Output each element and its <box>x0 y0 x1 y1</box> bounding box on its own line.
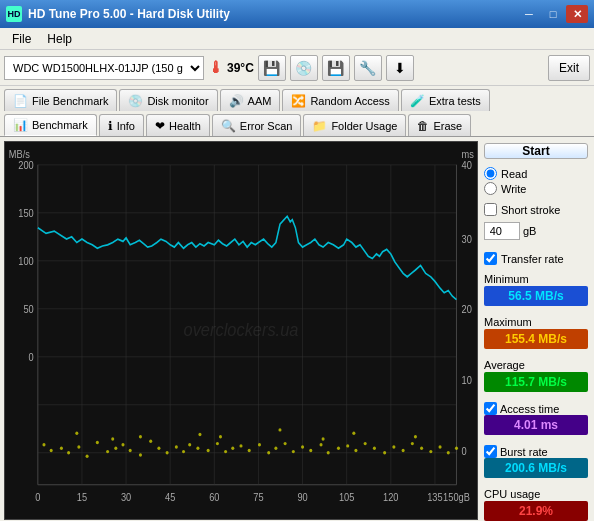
svg-point-63 <box>216 442 219 445</box>
burst-rate-label: Burst rate <box>500 446 548 458</box>
tab-random-access[interactable]: 🔀 Random Access <box>282 89 398 111</box>
tab-error-scan-label: Error Scan <box>240 120 293 132</box>
svg-point-97 <box>111 437 114 440</box>
tab-health[interactable]: ❤ Health <box>146 114 210 136</box>
cpu-usage-value: 21.9% <box>484 501 588 521</box>
window-controls: ─ □ ✕ <box>518 5 588 23</box>
svg-point-83 <box>392 445 395 448</box>
tab-erase[interactable]: 🗑 Erase <box>408 114 471 136</box>
svg-text:0: 0 <box>35 491 41 503</box>
svg-point-92 <box>139 435 142 438</box>
svg-text:150gB: 150gB <box>443 491 470 503</box>
right-panel: Start Read Write Short stroke gB Transfe… <box>482 141 590 520</box>
temperature-value: 39°C <box>227 61 254 75</box>
svg-point-59 <box>182 450 185 453</box>
tab-disk-monitor[interactable]: 💿 Disk monitor <box>119 89 217 111</box>
svg-point-69 <box>267 451 270 454</box>
health-icon: ❤ <box>155 119 165 133</box>
svg-point-53 <box>129 449 132 452</box>
svg-text:50: 50 <box>23 304 34 316</box>
start-button[interactable]: Start <box>484 143 588 159</box>
svg-point-91 <box>75 432 78 435</box>
tab-info[interactable]: ℹ Info <box>99 114 144 136</box>
burst-rate-checkbox-label[interactable]: Burst rate <box>484 445 588 458</box>
menu-file[interactable]: File <box>4 30 39 48</box>
transfer-rate-label: Transfer rate <box>501 253 564 265</box>
toolbar-btn-3[interactable]: 💾 <box>322 55 350 81</box>
tab-file-benchmark-label: File Benchmark <box>32 95 108 107</box>
svg-text:105: 105 <box>339 491 355 503</box>
svg-point-86 <box>420 446 423 449</box>
maximum-value: 155.4 MB/s <box>484 329 588 349</box>
read-radio[interactable] <box>484 167 497 180</box>
tab-folder-usage[interactable]: 📁 Folder Usage <box>303 114 406 136</box>
svg-point-78 <box>346 444 349 447</box>
short-stroke-checkbox[interactable] <box>484 203 497 216</box>
read-label: Read <box>501 168 527 180</box>
transfer-rate-checkbox-label[interactable]: Transfer rate <box>484 252 588 265</box>
toolbar-btn-5[interactable]: ⬇ <box>386 55 414 81</box>
tab-info-label: Info <box>117 120 135 132</box>
write-radio[interactable] <box>484 182 497 195</box>
svg-text:90: 90 <box>297 491 308 503</box>
access-time-checkbox-label[interactable]: Access time <box>484 402 588 415</box>
access-time-checkbox[interactable] <box>484 402 497 415</box>
svg-text:ms: ms <box>462 149 474 161</box>
svg-point-52 <box>121 443 124 446</box>
transfer-rate-checkbox[interactable] <box>484 252 497 265</box>
svg-point-79 <box>354 449 357 452</box>
burst-rate-section: Burst rate 200.6 MB/s <box>484 445 588 480</box>
write-radio-label[interactable]: Write <box>484 182 588 195</box>
svg-point-88 <box>439 445 442 448</box>
svg-point-77 <box>337 446 340 449</box>
svg-point-45 <box>60 446 63 449</box>
window-title: HD Tune Pro 5.00 - Hard Disk Utility <box>28 7 518 21</box>
tab-error-scan[interactable]: 🔍 Error Scan <box>212 114 302 136</box>
svg-point-70 <box>274 446 277 449</box>
read-radio-label[interactable]: Read <box>484 167 588 180</box>
tab-aam[interactable]: 🔊 AAM <box>220 89 281 111</box>
minimum-section: Minimum 56.5 MB/s <box>484 273 588 308</box>
tab-benchmark[interactable]: 📊 Benchmark <box>4 114 97 136</box>
minimize-button[interactable]: ─ <box>518 5 540 23</box>
svg-text:MB/s: MB/s <box>9 149 30 161</box>
toolbar-btn-4[interactable]: 🔧 <box>354 55 382 81</box>
tab-disk-monitor-label: Disk monitor <box>147 95 208 107</box>
svg-point-95 <box>352 432 355 435</box>
tab-file-benchmark[interactable]: 📄 File Benchmark <box>4 89 117 111</box>
svg-text:45: 45 <box>165 491 176 503</box>
svg-point-96 <box>414 435 417 438</box>
file-benchmark-icon: 📄 <box>13 94 28 108</box>
svg-point-99 <box>322 437 325 440</box>
svg-point-55 <box>149 440 152 443</box>
burst-rate-checkbox[interactable] <box>484 445 497 458</box>
erase-icon: 🗑 <box>417 119 429 133</box>
chart-svg: 200 150 100 50 0 MB/s 40 30 20 10 0 ms 0… <box>5 142 477 519</box>
svg-text:100: 100 <box>18 256 34 268</box>
tab-extra-tests[interactable]: 🧪 Extra tests <box>401 89 490 111</box>
svg-point-65 <box>231 446 234 449</box>
drive-selector[interactable]: WDC WD1500HLHX-01JJP (150 gB) <box>4 56 204 80</box>
exit-button[interactable]: Exit <box>548 55 590 81</box>
toolbar-btn-1[interactable]: 💾 <box>258 55 286 81</box>
average-section: Average 115.7 MB/s <box>484 359 588 394</box>
svg-text:120: 120 <box>383 491 399 503</box>
disk-monitor-icon: 💿 <box>128 94 143 108</box>
menu-help[interactable]: Help <box>39 30 80 48</box>
svg-point-93 <box>198 433 201 436</box>
close-button[interactable]: ✕ <box>566 5 588 23</box>
svg-point-57 <box>166 451 169 454</box>
svg-point-43 <box>42 443 45 446</box>
svg-point-72 <box>292 450 295 453</box>
toolbar-btn-2[interactable]: 💿 <box>290 55 318 81</box>
svg-point-98 <box>219 435 222 438</box>
svg-text:200: 200 <box>18 160 34 172</box>
svg-text:20: 20 <box>462 304 473 316</box>
short-stroke-checkbox-label[interactable]: Short stroke <box>484 203 588 216</box>
svg-point-84 <box>402 449 405 452</box>
maximize-button[interactable]: □ <box>542 5 564 23</box>
benchmark-icon: 📊 <box>13 118 28 132</box>
svg-text:0: 0 <box>29 352 35 364</box>
svg-point-87 <box>429 450 432 453</box>
short-stroke-input[interactable] <box>484 222 520 240</box>
